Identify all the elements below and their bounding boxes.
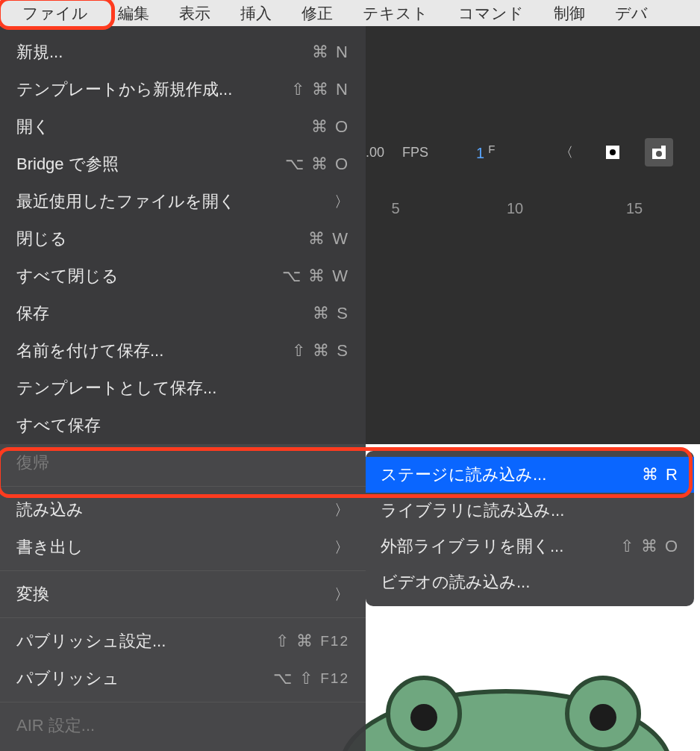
menu-item[interactable]: 最近使用したファイルを開く〉 (0, 183, 366, 220)
frame-suffix: F (488, 143, 495, 155)
menu-item-label: 開く (16, 116, 50, 138)
menu-item-shortcut: ⌥ ⇧F12 (273, 669, 349, 688)
svg-point-6 (610, 149, 616, 155)
menu-item-shortcut: ⌘ W (308, 229, 349, 249)
camera-icon[interactable] (645, 138, 673, 166)
menu-item-label: テンプレートから新規作成... (16, 78, 232, 101)
chevron-right-icon: 〉 (334, 585, 349, 605)
menu-item-label: すべて保存 (16, 414, 101, 437)
menu-item-shortcut: ⌥ ⌘ O (285, 155, 349, 174)
menu-item[interactable]: テンプレートから新規作成...⇧ ⌘ N (0, 71, 366, 108)
menu-item-shortcut: ⌘ N (312, 43, 349, 62)
menu-item-shortcut: ⌘ O (311, 117, 349, 137)
submenu-item-label: ステージに読み込み... (381, 464, 546, 486)
chevron-left-icon[interactable]: 〈 (552, 138, 581, 166)
current-frame-number: 1 (476, 145, 484, 161)
svg-rect-9 (661, 146, 666, 149)
menu-item[interactable]: パブリッシュ⌥ ⇧F12 (0, 660, 366, 697)
menu-item-label: すべて閉じる (16, 265, 119, 287)
menu-item[interactable]: すべて保存 (0, 407, 366, 444)
submenu-item-label: ビデオの読み込み... (381, 571, 530, 593)
submenu-item-label: ライブラリに読み込み... (381, 499, 564, 522)
menu-item-label: 新規... (16, 41, 63, 63)
ruler-mark: 15 (619, 200, 649, 230)
menu-control[interactable]: 制御 (539, 0, 600, 27)
menu-item[interactable]: 読み込み〉 (0, 491, 366, 529)
menu-item-label: 最近使用したファイルを開く (16, 190, 236, 213)
timeline-ruler: 5 10 15 (366, 200, 700, 230)
submenu-item-label: 外部ライブラリを開く... (381, 535, 563, 558)
menu-item-label: 名前を付けて保存... (16, 340, 163, 362)
submenu-item-shortcut: ⌘ R (642, 465, 679, 484)
menu-item[interactable]: Bridge で参照⌥ ⌘ O (0, 146, 366, 183)
menu-separator (0, 486, 366, 487)
menu-item-label: テンプレートとして保存... (16, 377, 216, 399)
menu-item-label: 読み込み (16, 499, 84, 521)
time-display: .00 (366, 145, 384, 161)
menu-item[interactable]: 変換〉 (0, 576, 366, 613)
submenu-item-shortcut: ⇧ ⌘ O (620, 537, 679, 556)
menu-item[interactable]: 保存⌘ S (0, 295, 366, 332)
menu-item: 復帰 (0, 444, 366, 482)
submenu-item[interactable]: ビデオの読み込み... (366, 564, 694, 600)
menu-item[interactable]: 開く⌘ O (0, 108, 366, 146)
menu-item-label: 復帰 (16, 452, 49, 474)
menu-item[interactable]: ActionScript 設定... (0, 744, 366, 751)
menu-item-shortcut: ⌥ ⌘ W (282, 267, 349, 286)
menu-item[interactable]: 閉じる⌘ W (0, 220, 366, 258)
menu-insert[interactable]: 挿入 (225, 0, 287, 27)
timeline-toolbar: .00 FPS 1 F 〈 (366, 134, 700, 170)
menu-item-label: 書き出し (16, 536, 84, 558)
record-icon[interactable] (599, 138, 627, 166)
menu-edit[interactable]: 編集 (103, 0, 164, 27)
menu-separator (0, 617, 366, 618)
menu-view[interactable]: 表示 (164, 0, 225, 27)
chevron-right-icon: 〉 (334, 500, 349, 520)
menu-item-label: 保存 (16, 302, 49, 325)
menu-item-shortcut: ⇧ ⌘ S (292, 341, 349, 361)
menu-item-label: Bridge で参照 (16, 153, 119, 175)
menu-item-shortcut: ⌘ S (313, 304, 349, 323)
menu-item: AIR 設定... (0, 707, 366, 744)
import-submenu: ステージに読み込み...⌘ Rライブラリに読み込み...外部ライブラリを開く..… (366, 451, 694, 606)
menu-item-shortcut: ⇧ ⌘F12 (275, 632, 349, 651)
menu-item-label: パブリッシュ (16, 667, 119, 690)
submenu-item[interactable]: ステージに読み込み...⌘ R (366, 457, 694, 493)
svg-point-4 (590, 704, 616, 731)
menu-item-label: AIR 設定... (16, 714, 95, 737)
menu-item-shortcut: ⇧ ⌘ N (291, 80, 349, 99)
chevron-right-icon: 〉 (334, 537, 349, 558)
submenu-item[interactable]: 外部ライブラリを開く...⇧ ⌘ O (366, 529, 694, 564)
ruler-mark: 10 (500, 200, 530, 230)
menu-item[interactable]: 新規...⌘ N (0, 34, 366, 71)
menu-text[interactable]: テキスト (348, 0, 443, 27)
menubar: ファイル 編集 表示 挿入 修正 テキスト コマンド 制御 デバ (0, 0, 700, 26)
svg-point-8 (656, 151, 662, 157)
menu-debug[interactable]: デバ (600, 0, 663, 27)
menu-item[interactable]: パブリッシュ設定...⇧ ⌘F12 (0, 623, 366, 660)
menu-separator (0, 702, 366, 702)
menu-item[interactable]: テンプレートとして保存... (0, 370, 366, 407)
menu-commands[interactable]: コマンド (443, 0, 539, 27)
menu-item-label: パブリッシュ設定... (16, 630, 166, 652)
menu-item-label: 閉じる (16, 228, 67, 250)
menu-file[interactable]: ファイル (7, 0, 103, 27)
svg-point-3 (410, 704, 437, 731)
chevron-right-icon: 〉 (334, 192, 349, 212)
menu-item[interactable]: 書き出し〉 (0, 529, 366, 566)
submenu-item[interactable]: ライブラリに読み込み... (366, 493, 694, 529)
menu-separator (0, 570, 366, 571)
menu-item[interactable]: すべて閉じる⌥ ⌘ W (0, 258, 366, 295)
menu-item[interactable]: 名前を付けて保存...⇧ ⌘ S (0, 332, 366, 370)
file-menu-dropdown: 新規...⌘ Nテンプレートから新規作成...⇧ ⌘ N開く⌘ OBridge … (0, 26, 366, 751)
fps-label: FPS (402, 145, 428, 161)
menu-modify[interactable]: 修正 (287, 0, 348, 27)
ruler-mark: 5 (381, 200, 410, 230)
menu-item-label: 変換 (16, 583, 49, 605)
